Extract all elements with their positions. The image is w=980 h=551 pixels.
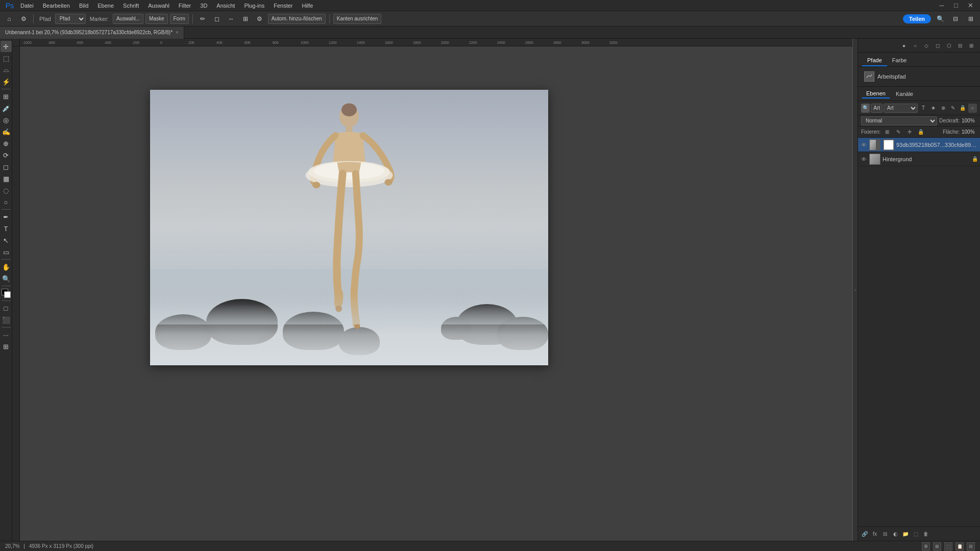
search-btn[interactable]: 🔍: [934, 13, 946, 24]
panel-icon-1[interactable]: ●: [899, 41, 909, 50]
blend-mode-select[interactable]: Normal: [861, 116, 937, 126]
panel-icon-2[interactable]: ○: [911, 41, 920, 50]
extra-tools[interactable]: ⊞: [1, 341, 12, 352]
tab-pfade[interactable]: Pfade: [862, 55, 887, 66]
layer-item-2[interactable]: 👁 Hintergrund 🔒: [858, 152, 980, 166]
status-btn-2[interactable]: ⊞: [933, 542, 941, 550]
status-btn-4[interactable]: 📋: [955, 542, 964, 550]
kanten-btn[interactable]: Kanten ausrichten: [333, 14, 382, 24]
clone-tool[interactable]: ⊕: [1, 138, 12, 149]
panel-icon-5[interactable]: ⬡: [944, 41, 953, 50]
menu-schrift[interactable]: Schrift: [119, 2, 143, 10]
panel-collapse-strip[interactable]: ›: [852, 39, 857, 541]
spot-heal-tool[interactable]: ◎: [1, 114, 12, 126]
menu-ansicht[interactable]: Ansicht: [212, 2, 239, 10]
layer-delete-btn[interactable]: 🗑: [921, 530, 930, 539]
panel-icon-4[interactable]: ◻: [933, 41, 942, 50]
fix-icon-1[interactable]: ⊞: [883, 128, 892, 137]
filter-type-select[interactable]: Art: [884, 104, 918, 113]
view-btn[interactable]: ⊟: [949, 13, 962, 24]
zoom-tool[interactable]: 🔍: [1, 273, 12, 284]
hand-tool[interactable]: ✋: [1, 261, 12, 272]
text-tool[interactable]: T: [1, 223, 12, 234]
layer-new-btn[interactable]: ⬚: [911, 530, 920, 539]
doc-tab[interactable]: Unbenannt-1 bei 20,7% (93db395218b057271…: [0, 27, 184, 39]
arbeitspfad-item[interactable]: Arbeitspfad: [862, 70, 976, 83]
window-minimize[interactable]: ─: [936, 0, 947, 11]
eraser-tool[interactable]: ◻: [1, 161, 12, 172]
select-rect-tool[interactable]: ⬚: [1, 53, 12, 64]
pen-tool-btn[interactable]: ✏: [197, 13, 209, 24]
layer-adj-btn[interactable]: ◐: [891, 530, 900, 539]
layer-link-btn[interactable]: 🔗: [860, 530, 869, 539]
shape-tool[interactable]: ▭: [1, 246, 12, 258]
status-btn-3[interactable]: ⬚: [944, 542, 952, 550]
auswahl-btn[interactable]: Auswahl...: [113, 14, 143, 24]
tab-kanaele[interactable]: Kanäle: [892, 90, 917, 98]
status-btn-1[interactable]: ⚙: [922, 542, 930, 550]
menu-3d[interactable]: 3D: [196, 2, 211, 10]
path-select-tool[interactable]: ↖: [1, 235, 12, 246]
blur-tool[interactable]: ◌: [1, 185, 12, 196]
fix-icon-3[interactable]: ✛: [905, 128, 914, 137]
layer-1-visibility[interactable]: 👁: [860, 141, 867, 148]
more-tools[interactable]: ···: [1, 329, 12, 340]
share-button[interactable]: Teilen: [903, 14, 931, 23]
layer-icon-2[interactable]: ★: [929, 104, 938, 113]
window-maximize[interactable]: □: [950, 0, 962, 11]
layer-item-1[interactable]: 👁 93db395218b057...330cfde8922cb: [858, 138, 980, 152]
dodge-tool[interactable]: ○: [1, 196, 12, 208]
panel-icon-7[interactable]: ⊞: [967, 41, 976, 50]
form-btn[interactable]: Form: [170, 14, 189, 24]
fix-icon-2[interactable]: ✎: [894, 128, 903, 137]
settings-btn[interactable]: ⚙: [254, 13, 266, 24]
window-close[interactable]: ✕: [965, 0, 976, 11]
autom-btn[interactable]: Autom. hinzu-/löschen: [268, 14, 326, 24]
panel-icon-6[interactable]: ⊟: [955, 41, 965, 50]
menu-hilfe[interactable]: Hilfe: [298, 2, 317, 10]
pen-tool[interactable]: ✒: [1, 211, 12, 222]
layer-icon-4[interactable]: ✎: [948, 104, 957, 113]
layer-mask-btn[interactable]: ⊟: [880, 530, 890, 539]
panel-icon-3[interactable]: ◇: [922, 41, 931, 50]
status-btn-5[interactable]: ⊟: [967, 542, 975, 550]
canvas-area[interactable]: -1000 -800 -600 -400 -200 0 200 400 600 …: [12, 39, 852, 541]
filter-toggle[interactable]: ○: [968, 104, 977, 113]
transform-btn[interactable]: ⊞: [239, 13, 252, 24]
tool-options-btn[interactable]: ⚙: [17, 13, 30, 24]
arrow-btn[interactable]: ↔: [225, 13, 237, 24]
lasso-tool[interactable]: ⌓: [1, 64, 12, 76]
layer-icon-1[interactable]: T: [919, 104, 927, 113]
layer-icon-5[interactable]: 🔒: [958, 104, 967, 113]
maske-btn[interactable]: Maske: [145, 14, 167, 24]
select-tool[interactable]: ✛: [1, 41, 12, 52]
path-select[interactable]: Pfad: [55, 14, 86, 24]
crop-tool[interactable]: ⊞: [1, 91, 12, 102]
gradient-tool[interactable]: ▦: [1, 173, 12, 184]
menu-fenster[interactable]: Fenster: [270, 2, 297, 10]
layer-2-visibility[interactable]: 👁: [860, 156, 867, 163]
eyedropper-tool[interactable]: 💉: [1, 103, 12, 114]
menu-bearbeiten[interactable]: Bearbeiten: [39, 2, 74, 10]
quick-mask-tool[interactable]: □: [1, 303, 12, 314]
menu-datei[interactable]: Datei: [16, 2, 38, 10]
color-swatch[interactable]: [2, 289, 11, 298]
tab-farbe[interactable]: Farbe: [887, 55, 912, 66]
filter-search-icon[interactable]: 🔍: [861, 104, 870, 113]
menu-filter[interactable]: Filter: [175, 2, 195, 10]
menu-plugins[interactable]: Plug-ins: [240, 2, 268, 10]
history-tool[interactable]: ⟳: [1, 149, 12, 161]
layer-icon-3[interactable]: ⊕: [939, 104, 947, 113]
magic-wand-tool[interactable]: ⚡: [1, 76, 12, 87]
layer-fx-btn[interactable]: fx: [870, 530, 879, 539]
home-btn[interactable]: ⌂: [3, 13, 15, 24]
menu-bild[interactable]: Bild: [75, 2, 92, 10]
screen-mode-tool[interactable]: ⬛: [1, 314, 12, 325]
menu-auswahl[interactable]: Auswahl: [144, 2, 174, 10]
shape-btn[interactable]: ◻: [211, 13, 223, 24]
fix-icon-4[interactable]: 🔒: [916, 128, 925, 137]
menu-ebene[interactable]: Ebene: [93, 2, 118, 10]
brush-tool[interactable]: ✍: [1, 126, 12, 137]
doc-tab-close[interactable]: ×: [176, 30, 179, 35]
tab-ebenen[interactable]: Ebenen: [862, 89, 890, 98]
